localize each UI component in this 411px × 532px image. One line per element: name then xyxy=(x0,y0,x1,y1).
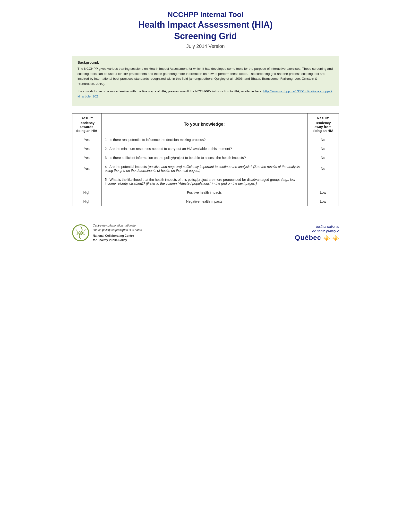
table-cell-right: No xyxy=(307,153,339,162)
table-header-row: Result: Tendency towards doing an HIA To… xyxy=(72,113,339,135)
table-cell-center: 4. Are the potential impacts (positive a… xyxy=(101,162,307,175)
table-cell-right: Low xyxy=(307,188,339,197)
background-label: Background: xyxy=(77,60,334,64)
col-right-result-label: Result: xyxy=(311,116,336,120)
table-cell-right: No xyxy=(307,144,339,153)
table-row: Yes3. Is there sufficient information on… xyxy=(72,153,339,162)
col-right-result-sub: Tendency away from doing an HIA xyxy=(311,121,336,133)
table-cell-left: High xyxy=(72,188,101,197)
col-left-result-sub: Tendency towards doing an HIA xyxy=(76,121,98,133)
footer-left: Centre de collaboration nationale sur le… xyxy=(72,223,142,242)
footer-right-line1: Institut national xyxy=(316,224,339,229)
quebec-text: Québec xyxy=(295,234,321,241)
table-cell-center: 1. Is there real potential to influence … xyxy=(101,135,307,144)
footer-org-text: Centre de collaboration nationale sur le… xyxy=(93,223,142,242)
col-left-result-label: Result: xyxy=(76,116,98,120)
table-cell-right: No xyxy=(307,162,339,175)
col-center-header-label: To your knowledge: xyxy=(184,122,225,127)
footer-org-fr-line2: sur les politiques publiques et la santé xyxy=(93,228,142,232)
table-cell-left: Yes xyxy=(72,135,101,144)
footer-section: Centre de collaboration nationale sur le… xyxy=(72,216,339,242)
screening-table: Result: Tendency towards doing an HIA To… xyxy=(72,113,339,206)
page-container: NCCHPP Internal Tool Health Impact Asses… xyxy=(72,10,339,242)
table-cell-left: Yes xyxy=(72,153,101,162)
header-title-line2: Health Impact Assessment (HIA) xyxy=(139,19,273,31)
table-cell-center: Negative health impacts xyxy=(101,197,307,206)
header-version: July 2014 Version xyxy=(139,44,273,49)
table-cell-right: No xyxy=(307,135,339,144)
col-right-header: Result: Tendency away from doing an HIA xyxy=(307,113,339,135)
footer-org-en-line2: for Healthy Public Policy xyxy=(93,238,142,242)
fleur-de-lis-icon: ⚜️ xyxy=(323,235,330,241)
header-title-line1: NCCHPP Internal Tool xyxy=(139,10,273,19)
col-center-header: To your knowledge: xyxy=(101,113,307,135)
background-para1: The NCCHPP gives various training sessio… xyxy=(77,66,334,87)
table-cell-right: Low xyxy=(307,197,339,206)
footer-logo-icon xyxy=(72,224,89,242)
footer-quebec-brand: Québec ⚜️ ⚜️ xyxy=(295,234,339,242)
table-row: Yes2. Are the minimum resources needed t… xyxy=(72,144,339,153)
footer-org-en-line1: National Collaborating Centre xyxy=(93,234,142,238)
footer-right: Institut national de santé publique Québ… xyxy=(295,224,339,242)
table-cell-center: 3. Is there sufficient information on th… xyxy=(101,153,307,162)
table-row: 5. What is the likelihood that the healt… xyxy=(72,175,339,188)
header-title-line3: Screening Grid xyxy=(139,31,273,42)
table-cell-right xyxy=(307,175,339,188)
table-cell-left xyxy=(72,175,101,188)
table-cell-left: High xyxy=(72,197,101,206)
footer-right-line2: de santé publique xyxy=(312,229,339,234)
table-cell-center: 5. What is the likelihood that the healt… xyxy=(101,175,307,188)
table-cell-center: 2. Are the minimum resources needed to c… xyxy=(101,144,307,153)
table-cell-left: Yes xyxy=(72,162,101,175)
table-cell-left: Yes xyxy=(72,144,101,153)
table-row: Yes1. Is there real potential to influen… xyxy=(72,135,339,144)
col-left-header: Result: Tendency towards doing an HIA xyxy=(72,113,101,135)
background-para2: If you wish to become more familiar with… xyxy=(77,89,334,99)
table-row: Yes4. Are the potential impacts (positiv… xyxy=(72,162,339,175)
table-row: HighPositive health impactsLow xyxy=(72,188,339,197)
footer-org-fr-line1: Centre de collaboration nationale xyxy=(93,223,142,228)
table-body: Yes1. Is there real potential to influen… xyxy=(72,135,339,206)
fleur-de-lis-icon-2: ⚜️ xyxy=(332,235,339,241)
background-box: Background: The NCCHPP gives various tra… xyxy=(72,56,339,106)
table-cell-center: Positive health impacts xyxy=(101,188,307,197)
table-row: HighNegative health impactsLow xyxy=(72,197,339,206)
background-para2-prefix: If you wish to become more familiar with… xyxy=(77,89,263,93)
header-section: NCCHPP Internal Tool Health Impact Asses… xyxy=(139,10,273,49)
